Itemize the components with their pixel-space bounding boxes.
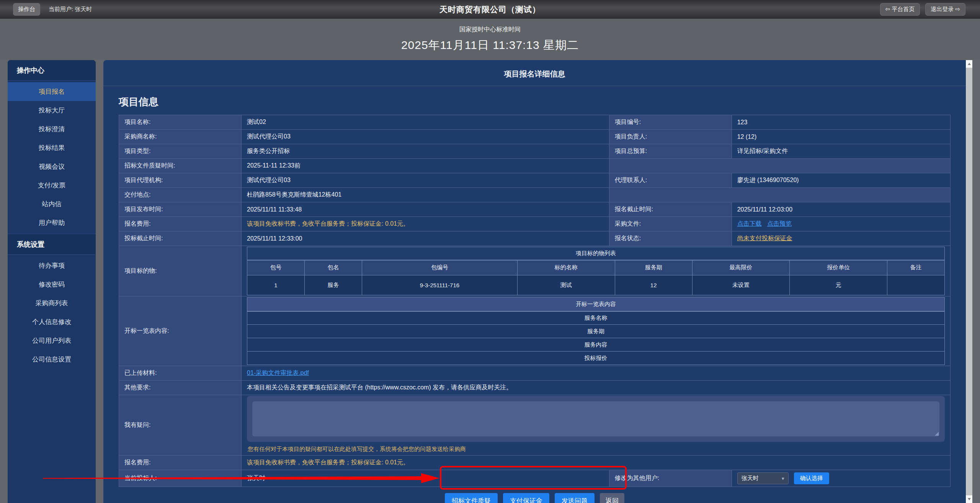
table-row: 项目类型: 服务类公开招标 项目总预算: 详见招标/采购文件 [119,144,951,159]
table-row: 项目代理机构: 测试代理公司03 代理联系人: 廖先进 (13469070520… [119,173,951,188]
col-header: 包编号 [362,260,517,275]
change-user-cell: 张天时 ▼ 确认选择 [732,470,950,487]
uploaded-file-link[interactable]: 01-采购文件审批表.pdf [247,370,309,376]
question-textarea[interactable] [252,401,939,436]
field-value: 测试代理公司03 [242,130,609,144]
company-title: 天时商贸有限公司（测试） [0,4,980,15]
col-header: 包号 [247,260,305,275]
field-label: 报名状态: [609,231,732,246]
field-label: 开标一览表内容: [119,296,242,366]
pay-deposit-button[interactable]: 支付保证金 [503,493,549,503]
doc-challenge-button[interactable]: 招标文件质疑 [445,493,498,503]
field-value: 测试02 [242,115,609,130]
table-row: 已上传材料: 01-采购文件审批表.pdf [119,366,951,381]
sidebar-item-video-meeting[interactable]: 视频会议 [8,157,96,176]
sidebar: 操作中心 项目报名 投标大厅 投标澄清 投标结果 视频会议 支付/发票 站内信 … [8,60,96,503]
change-user-select[interactable]: 张天时 ▼ [737,472,789,484]
scrollbar[interactable] [966,60,972,503]
sidebar-section-operations: 操作中心 [8,60,96,81]
field-label: 报名截止时间: [609,202,732,217]
page-title: 项目报名详细信息 [103,60,966,86]
preview-link[interactable]: 点击预览 [767,220,792,227]
field-value: 详见招标/采购文件 [732,144,950,159]
platform-home-button[interactable]: ⇦ 平台首页 [880,3,920,16]
sidebar-section-settings: 系统设置 [8,234,96,255]
sidebar-item-company-users[interactable]: 公司用户列表 [8,331,96,350]
sidebar-item-site-mail[interactable]: 站内信 [8,195,96,213]
sidebar-item-user-help[interactable]: 用户帮助 [8,213,96,232]
uploaded-material-cell: 01-采购文件审批表.pdf [242,366,951,381]
table-row: 交付地点: 杜鹃路858号奥克斯缔壹城12栋401 [119,188,951,202]
sidebar-item-bid-hall[interactable]: 投标大厅 [8,101,96,120]
field-value: 测试代理公司03 [242,173,609,188]
field-label: 项目代理机构: [119,173,242,188]
bid-items-data-row: 1 服务 9-3-251111-716 测试 12 未设置 元 [247,275,945,295]
cell: 1 [247,275,305,295]
console-button[interactable]: 操作台 [13,3,40,16]
sidebar-item-todo[interactable]: 待办事项 [8,256,96,275]
field-label: 我有疑问: [119,395,242,456]
table-row: 当前投标人: 张天时 修改为其他用户: 张天时 ▼ 确认选择 [119,470,951,487]
bid-items-caption: 项目标的物列表 [247,247,945,260]
question-hint: 您有任何对于本项目的疑问都可以在此处填写提交，系统将会把您的问题发送给采购商 [248,446,945,453]
download-link[interactable]: 点击下载 [737,220,762,227]
project-detail-table: 项目名称: 测试02 项目编号: 123 采购商名称: 测试代理公司03 项目负… [119,115,951,487]
other-requirements-value: 本项目相关公告及变更事项在招采测试平台 (https://www.cszoc.c… [242,381,951,395]
field-value: 服务类公开招标 [242,144,609,159]
field-label: 采购文件: [609,217,732,231]
triangle-down-icon [968,498,971,500]
field-value: 2025/11/11 12:33:00 [242,231,609,246]
opening-caption: 开标一览表内容 [247,298,945,311]
signup-status-cell: 尚未支付投标保证金 [732,231,950,246]
scroll-down-button[interactable] [966,495,972,503]
field-label: 已上传材料: [119,366,242,381]
opening-row: 服务期 [247,325,945,338]
sidebar-item-purchaser-list[interactable]: 采购商列表 [8,294,96,313]
scroll-up-button[interactable] [966,60,972,68]
table-row: 招标文件质疑时间: 2025-11-11 12:33前 [119,159,951,173]
confirm-select-button[interactable]: 确认选择 [794,472,829,484]
field-label: 采购商名称: [119,130,242,144]
field-label: 其他要求: [119,381,242,395]
field-label: 项目发布时间: [119,202,242,217]
resize-grip-icon[interactable] [935,432,939,436]
send-question-button[interactable]: 发送问题 [555,493,595,503]
field-value: 2025-11-11 12:33前 [242,159,609,173]
col-header: 包名 [304,260,362,275]
field-label: 项目类型: [119,144,242,159]
content-area: 操作中心 项目报名 投标大厅 投标澄清 投标结果 视频会议 支付/发票 站内信 … [0,60,980,503]
empty-cell [609,159,950,173]
field-value: 12 (12) [732,130,950,144]
sidebar-item-payment-invoice[interactable]: 支付/发票 [8,176,96,195]
field-label: 投标截止时间: [119,231,242,246]
opening-row: 服务内容 [247,338,945,352]
sidebar-item-change-password[interactable]: 修改密码 [8,275,96,294]
current-user-label: 当前用户: 张天时 [49,6,92,13]
sidebar-item-project-signup[interactable]: 项目报名 [8,82,96,101]
col-header: 服务期 [615,260,692,275]
field-label: 项目标的物: [119,246,242,296]
signup-status-link[interactable]: 尚未支付投标保证金 [737,235,792,241]
cell: 投标报价 [247,352,945,365]
field-label: 当前投标人: [119,470,242,487]
table-row: 项目发布时间: 2025/11/11 11:33:48 报名截止时间: 2025… [119,202,951,217]
sidebar-item-profile-edit[interactable]: 个人信息修改 [8,313,96,331]
scrollbar-thumb[interactable] [966,68,972,495]
signup-fee-value-2: 该项目免收标书费，免收平台服务费；投标保证金: 0.01元。 [242,456,951,470]
sidebar-item-bid-results[interactable]: 投标结果 [8,138,96,157]
table-row: 采购商名称: 测试代理公司03 项目负责人: 12 (12) [119,130,951,144]
opening-list-table: 开标一览表内容 服务名称 服务期 服务内容 投标报价 [247,297,945,365]
opening-list-cell: 开标一览表内容 服务名称 服务期 服务内容 投标报价 [242,296,951,366]
main-wrap: 项目报名详细信息 项目信息 项目名称: 测试02 项目编号: 123 采购商名称… [103,60,972,503]
topbar-right: ⇦ 平台首页 退出登录 ⇨ [880,3,980,16]
sidebar-item-company-settings[interactable]: 公司信息设置 [8,350,96,369]
field-label: 项目名称: [119,115,242,130]
purchase-doc-cell: 点击下载 点击预览 [732,217,950,231]
back-button[interactable]: 返回 [600,493,624,503]
cell: 元 [790,275,887,295]
footer-actions: 招标文件质疑 支付保证金 发送问题 返回 [119,489,951,503]
logout-button[interactable]: 退出登录 ⇨ [925,3,965,16]
col-header: 最高限价 [692,260,790,275]
field-label: 报名费用: [119,456,242,470]
sidebar-item-bid-clarification[interactable]: 投标澄清 [8,120,96,138]
